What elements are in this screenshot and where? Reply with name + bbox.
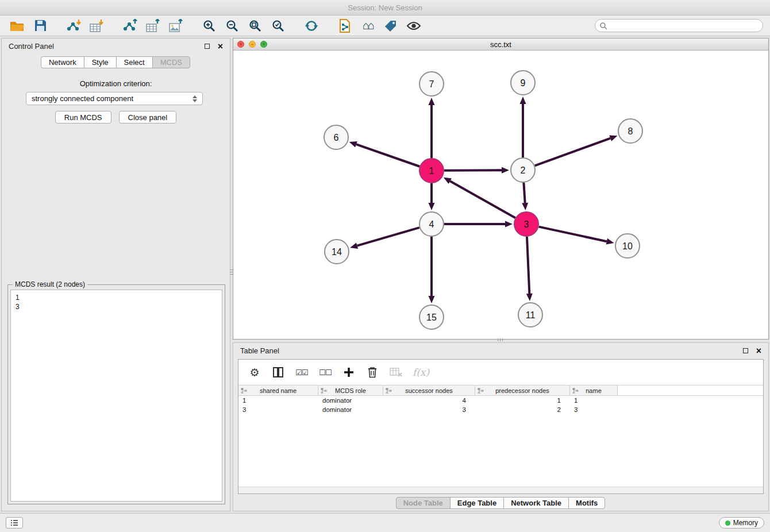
search-input[interactable] — [595, 19, 763, 32]
zoom-selected-icon — [271, 19, 285, 33]
table-row[interactable]: 3 dominator 3 2 3 — [238, 405, 763, 414]
task-history-button[interactable] — [6, 517, 23, 529]
import-network-button[interactable] — [63, 17, 84, 34]
refresh-icon — [304, 19, 319, 33]
zoom-in-button[interactable] — [199, 17, 220, 34]
float-table-panel-icon[interactable] — [743, 348, 748, 353]
memory-label: Memory — [733, 519, 758, 527]
import-network-icon — [66, 19, 82, 33]
graph-node-label: 4 — [429, 219, 434, 229]
network-window: scc.txt × − + 7968124314101511 — [233, 38, 769, 340]
show-columns-button[interactable] — [271, 365, 285, 380]
mcds-result-line: 3 — [16, 302, 217, 311]
tab-edge-table[interactable]: Edge Table — [450, 497, 504, 509]
column-header-name[interactable]: name — [570, 385, 618, 395]
delete-column-button[interactable] — [365, 365, 379, 380]
table-settings-button[interactable]: ⚙ — [248, 365, 261, 380]
graph-edge[interactable] — [539, 227, 607, 242]
edge-arrowhead-icon — [606, 238, 614, 245]
network-graph[interactable]: 7968124314101511 — [233, 51, 768, 338]
mcds-result-box: MCDS result (2 nodes) 1 3 — [7, 284, 225, 504]
main-toolbar: ⌂⌂ — [0, 16, 770, 36]
zoom-out-button[interactable] — [222, 17, 242, 34]
tab-node-table[interactable]: Node Table — [396, 497, 451, 509]
close-table-panel-icon[interactable]: × — [756, 346, 761, 356]
column-header-shared-name[interactable]: shared name — [238, 385, 318, 395]
graph-edge[interactable] — [535, 138, 611, 166]
tab-motifs[interactable]: Motifs — [568, 497, 605, 509]
memory-button[interactable]: Memory — [719, 517, 764, 529]
float-panel-icon[interactable] — [205, 44, 210, 49]
import-table-button[interactable] — [86, 17, 107, 34]
plus-icon — [344, 367, 354, 377]
network-canvas[interactable]: 7968124314101511 — [233, 51, 768, 338]
run-mcds-button[interactable]: Run MCDS — [55, 111, 111, 124]
graph-edge[interactable] — [527, 237, 529, 294]
add-column-button[interactable] — [342, 365, 356, 380]
optimization-criterion-label: Optimization criterion: — [2, 79, 230, 88]
export-image-button[interactable] — [165, 17, 186, 34]
vertical-splitter-handle[interactable] — [230, 264, 233, 279]
deselect-all-columns-button[interactable]: ☐☐ — [318, 365, 332, 380]
table-row[interactable]: 1 dominator 4 1 1 — [238, 396, 763, 405]
graph-edge[interactable] — [450, 181, 515, 218]
table-tabs: Node Table Edge Table Network Table Moti… — [233, 497, 768, 509]
column-header-mcds-role[interactable]: MCDS role — [318, 385, 383, 395]
graph-edge[interactable] — [444, 170, 502, 171]
tab-style[interactable]: Style — [84, 56, 117, 68]
edge-arrowhead-icon — [429, 203, 435, 210]
apply-layout-button[interactable] — [301, 17, 322, 34]
criterion-value: strongly connected component — [32, 94, 133, 103]
trash-icon — [367, 367, 378, 378]
tab-network-table[interactable]: Network Table — [503, 497, 569, 509]
graph-edge[interactable] — [523, 183, 525, 203]
graph-edge[interactable] — [356, 144, 419, 167]
home-layout-button[interactable]: ⌂⌂ — [357, 17, 378, 34]
annotation-button[interactable] — [380, 17, 401, 34]
select-all-columns-button[interactable]: ☑☑ — [295, 365, 309, 380]
memory-status-icon — [725, 521, 730, 526]
toggle-visibility-button[interactable] — [403, 17, 424, 34]
save-session-button[interactable] — [30, 17, 51, 34]
zoom-fit-button[interactable] — [245, 17, 265, 34]
cell-shared-name: 3 — [238, 405, 318, 414]
export-image-icon — [168, 19, 183, 33]
open-session-button[interactable] — [7, 17, 28, 34]
horizontal-splitter-handle[interactable] — [492, 338, 508, 341]
tab-mcds[interactable]: MCDS — [152, 56, 190, 68]
tab-select[interactable]: Select — [116, 56, 153, 68]
control-panel-title: Control Panel — [9, 42, 54, 51]
zoom-selected-button[interactable] — [268, 17, 288, 34]
graph-node-label: 2 — [521, 165, 526, 175]
graph-node-label: 3 — [524, 219, 529, 229]
mcds-result-title: MCDS result (2 nodes) — [13, 280, 87, 288]
window-minimize-icon[interactable]: − — [249, 41, 256, 48]
window-close-icon[interactable]: × — [237, 41, 244, 48]
criterion-dropdown[interactable]: strongly connected component — [26, 92, 203, 105]
new-network-icon — [122, 19, 138, 33]
edge-arrowhead-icon — [520, 97, 526, 104]
column-header-predecessor-nodes[interactable]: predecessor nodes — [475, 385, 570, 395]
network-window-titlebar[interactable]: scc.txt × − + — [233, 38, 768, 51]
column-type-icon — [386, 388, 392, 394]
table-toolbar: ⚙ ☑☑ ☐☐ f(x) — [238, 360, 763, 385]
graph-edge[interactable] — [357, 228, 419, 246]
search-field — [595, 19, 763, 32]
window-zoom-icon[interactable]: + — [260, 41, 267, 48]
close-panel-button[interactable]: Close panel — [119, 111, 177, 124]
table-horizontal-scrollbar[interactable] — [238, 487, 763, 494]
close-panel-icon[interactable]: × — [218, 42, 223, 51]
new-network-button[interactable] — [120, 17, 140, 34]
edge-arrowhead-icon — [349, 141, 357, 147]
column-header-successor-nodes[interactable]: successor nodes — [383, 385, 475, 395]
graph-node-label: 9 — [521, 78, 526, 88]
cell-successor-nodes: 3 — [383, 405, 475, 414]
network-document-button[interactable] — [334, 17, 355, 34]
zoom-out-icon — [225, 19, 239, 33]
graph-node-label: 8 — [628, 126, 633, 136]
tab-network[interactable]: Network — [41, 56, 84, 68]
new-table-button[interactable] — [143, 17, 163, 34]
mcds-result-line: 1 — [16, 293, 217, 302]
columns-icon — [272, 367, 284, 378]
graph-node-label: 14 — [332, 247, 342, 257]
